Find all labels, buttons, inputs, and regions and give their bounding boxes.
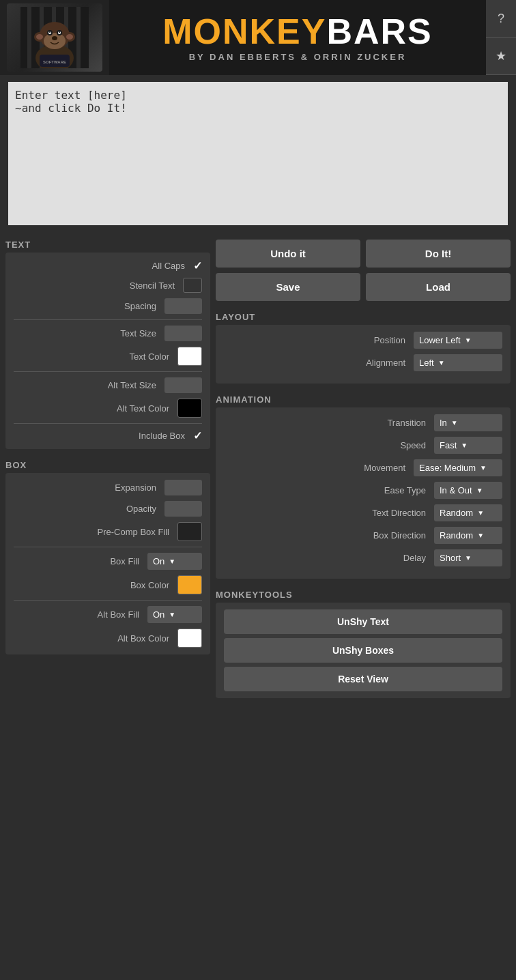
text-input[interactable]: Enter text [here] ~and click Do It! <box>8 82 508 225</box>
position-arrow: ▼ <box>465 336 472 344</box>
alt-box-color-row: Alt Box Color <box>14 629 202 648</box>
position-dropdown[interactable]: Lower Left ▼ <box>414 332 502 349</box>
box-fill-dropdown[interactable]: On ▼ <box>147 553 202 570</box>
star-button[interactable]: ★ <box>486 38 516 75</box>
include-box-row: Include Box ✓ <box>14 429 202 442</box>
animation-section: ANIMATION Transition In ▼ Speed Fast ▼ <box>216 389 511 579</box>
text-direction-value: Random <box>440 508 473 518</box>
opacity-input[interactable]: 100 <box>164 501 202 517</box>
alt-text-color-swatch[interactable] <box>177 399 202 418</box>
include-box-label: Include Box <box>14 431 189 441</box>
left-panel: TEXT All Caps ✓ Stencil Text Spacing 10 <box>5 234 210 704</box>
text-size-input[interactable]: 120 <box>164 326 202 341</box>
box-fill-label: Box Fill <box>14 556 143 566</box>
delay-arrow: ▼ <box>465 554 472 562</box>
box-fill-value: On <box>153 556 164 566</box>
movement-label: Movement <box>224 463 410 473</box>
box-fill-arrow: ▼ <box>169 558 175 565</box>
spacing-input[interactable]: 10 <box>164 298 202 314</box>
movement-dropdown[interactable]: Ease: Medium ▼ <box>414 459 502 476</box>
svg-point-12 <box>44 33 66 49</box>
layout-section: LAYOUT Position Lower Left ▼ Alignment L… <box>216 306 511 384</box>
movement-arrow: ▼ <box>480 464 487 472</box>
header-buttons: ? ★ <box>486 0 516 75</box>
undo-button[interactable]: Undo it <box>216 240 360 268</box>
box-direction-value: Random <box>440 530 473 541</box>
alignment-value: Left <box>419 358 434 368</box>
alt-box-color-label: Alt Box Color <box>14 633 173 644</box>
alt-box-fill-label: Alt Box Fill <box>14 609 143 620</box>
speed-row: Speed Fast ▼ <box>224 437 502 454</box>
divider-3 <box>14 423 202 424</box>
include-box-check: ✓ <box>193 429 202 442</box>
transition-label: Transition <box>224 418 430 428</box>
app-title-area: MONKEYBARS BY DAN EBBERTS & ORRIN ZUCKER <box>109 0 486 75</box>
box-color-swatch[interactable] <box>177 575 202 594</box>
unshy-text-button[interactable]: UnShy Text <box>224 609 502 634</box>
ease-type-dropdown[interactable]: In & Out ▼ <box>434 482 502 499</box>
position-value: Lower Left <box>419 335 461 345</box>
stencil-checkbox[interactable] <box>183 278 202 293</box>
speed-arrow: ▼ <box>461 442 468 449</box>
svg-rect-5 <box>76 7 81 68</box>
include-box-checkbox[interactable]: ✓ <box>193 429 202 442</box>
text-area-section: Enter text [here] ~and click Do It! <box>0 75 516 234</box>
alt-text-color-row: Alt Text Color <box>14 399 202 418</box>
title-subtitle: BY DAN EBBERTS & ORRIN ZUCKER <box>189 52 407 62</box>
text-direction-dropdown[interactable]: Random ▼ <box>434 504 502 521</box>
text-section-label: TEXT <box>5 234 210 253</box>
alt-text-size-input[interactable]: 90 <box>164 377 202 393</box>
alt-box-fill-row: Alt Box Fill On ▼ <box>14 606 202 623</box>
box-direction-dropdown[interactable]: Random ▼ <box>434 527 502 544</box>
svg-point-19 <box>52 36 57 40</box>
box-direction-arrow: ▼ <box>477 532 484 539</box>
save-button[interactable]: Save <box>216 273 360 301</box>
load-button[interactable]: Load <box>366 273 511 301</box>
svg-point-17 <box>49 31 51 33</box>
alt-box-fill-dropdown[interactable]: On ▼ <box>147 606 202 623</box>
layout-label: LAYOUT <box>216 306 511 325</box>
monkeytools-label: MONKEYTOOLS <box>216 584 511 603</box>
stencil-text-row: Stencil Text <box>14 278 202 293</box>
precomp-label: Pre-Comp Box Fill <box>14 527 173 537</box>
speed-value: Fast <box>440 440 457 450</box>
alt-box-color-swatch[interactable] <box>177 629 202 648</box>
box-color-row: Box Color <box>14 575 202 594</box>
expansion-input[interactable]: 20 <box>164 480 202 495</box>
divider-4 <box>14 547 202 547</box>
delay-row: Delay Short ▼ <box>224 549 502 566</box>
precomp-color-swatch[interactable] <box>177 522 202 541</box>
transition-dropdown[interactable]: In ▼ <box>434 414 502 431</box>
speed-label: Speed <box>224 440 430 450</box>
svg-point-18 <box>59 31 60 33</box>
text-panel: All Caps ✓ Stencil Text Spacing 10 Text … <box>5 253 210 449</box>
box-direction-label: Box Direction <box>224 530 430 541</box>
help-button[interactable]: ? <box>486 0 516 38</box>
box-color-label: Box Color <box>14 580 173 590</box>
reset-view-button[interactable]: Reset View <box>224 667 502 691</box>
expansion-row: Expansion 20 <box>14 480 202 495</box>
delay-value: Short <box>440 553 461 563</box>
unshy-boxes-button[interactable]: UnShy Boxes <box>224 638 502 663</box>
text-direction-label: Text Direction <box>224 508 430 518</box>
opacity-label: Opacity <box>14 504 160 514</box>
movement-row: Movement Ease: Medium ▼ <box>224 459 502 476</box>
ease-type-arrow: ▼ <box>476 487 483 494</box>
box-panel: Expansion 20 Opacity 100 Pre-Comp Box Fi… <box>5 473 210 654</box>
alt-text-size-row: Alt Text Size 90 <box>14 377 202 393</box>
expansion-label: Expansion <box>14 482 160 493</box>
do-it-button[interactable]: Do It! <box>366 240 511 268</box>
all-caps-label: All Caps <box>14 261 189 271</box>
speed-dropdown[interactable]: Fast ▼ <box>434 437 502 454</box>
alignment-dropdown[interactable]: Left ▼ <box>414 354 502 371</box>
svg-text:SOFTWARE: SOFTWARE <box>43 60 66 64</box>
delay-dropdown[interactable]: Short ▼ <box>434 549 502 566</box>
movement-value: Ease: Medium <box>419 463 476 473</box>
monkeytools-section: MONKEYTOOLS UnShy Text UnShy Boxes Reset… <box>216 584 511 698</box>
layout-panel: Position Lower Left ▼ Alignment Left ▼ <box>216 325 511 384</box>
text-color-swatch[interactable] <box>177 347 202 366</box>
all-caps-checkbox[interactable]: ✓ <box>193 259 202 272</box>
box-fill-row: Box Fill On ▼ <box>14 553 202 570</box>
all-caps-check: ✓ <box>193 259 202 272</box>
main-content: TEXT All Caps ✓ Stencil Text Spacing 10 <box>0 234 516 704</box>
